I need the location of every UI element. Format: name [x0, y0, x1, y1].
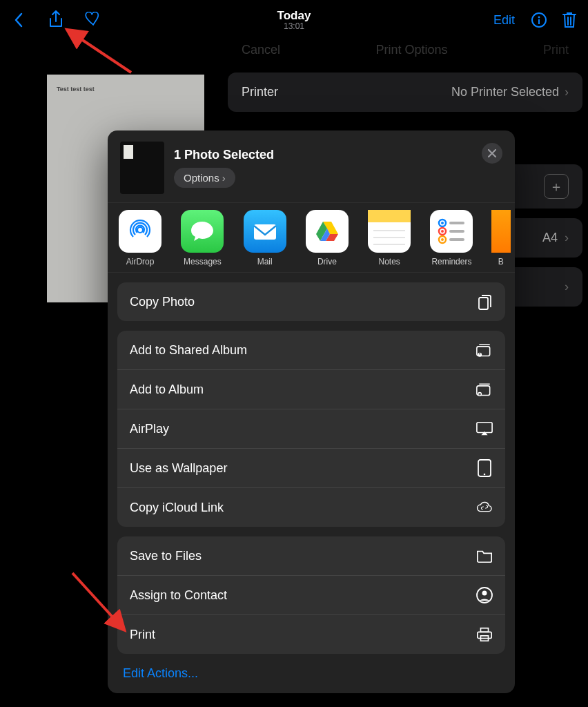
svg-rect-11	[449, 222, 464, 224]
share-title: 1 Photo Selected	[174, 148, 274, 162]
chevron-right-icon: ›	[565, 231, 569, 245]
app-label: Drive	[317, 257, 337, 267]
app-books[interactable]: B	[491, 210, 511, 267]
options-button[interactable]: Options ›	[174, 168, 235, 188]
wallpaper-icon	[476, 460, 493, 476]
cloud-link-icon	[476, 499, 493, 516]
app-drive[interactable]: Drive	[304, 210, 350, 267]
share-apps-row: AirDrop Messages Mail Drive	[108, 202, 515, 273]
printer-icon	[476, 626, 493, 643]
contact-icon	[476, 587, 493, 603]
add-shared-album-row[interactable]: Add to Shared Album	[117, 331, 505, 370]
svg-rect-17	[449, 238, 464, 241]
airplay-icon	[476, 420, 493, 437]
svg-point-13	[441, 230, 444, 233]
row-label: Copy Photo	[130, 295, 195, 309]
print-cancel: Cancel	[242, 43, 280, 57]
row-label: Use as Wallpaper	[130, 461, 227, 476]
svg-rect-14	[449, 230, 464, 233]
print-row[interactable]: Print	[117, 615, 505, 654]
plus-icon: ＋	[544, 174, 569, 199]
svg-point-26	[484, 474, 486, 476]
options-label: Options	[184, 172, 219, 184]
row-label: Add to Album	[130, 382, 204, 397]
chevron-right-icon: ›	[565, 280, 569, 294]
edit-button[interactable]: Edit	[493, 13, 515, 28]
app-notes[interactable]: Notes	[366, 210, 412, 267]
row-label: Save to Files	[130, 549, 202, 563]
app-label: Messages	[184, 257, 222, 267]
album-icon	[476, 381, 493, 398]
page-title: Today	[277, 9, 311, 23]
svg-rect-4	[254, 224, 276, 240]
svg-point-21	[479, 354, 480, 355]
app-messages[interactable]: Messages	[179, 210, 225, 267]
printer-value: No Printer Selected	[451, 85, 559, 99]
row-label: Print	[130, 628, 155, 642]
app-label: Notes	[379, 257, 400, 267]
row-label: Assign to Contact	[130, 588, 227, 603]
app-reminders[interactable]: Reminders	[429, 210, 474, 267]
trash-icon[interactable]	[560, 11, 578, 29]
row-label: Copy iCloud Link	[130, 501, 224, 515]
chevron-right-icon: ›	[222, 172, 226, 184]
svg-rect-24	[477, 423, 492, 433]
chevron-right-icon: ›	[565, 85, 569, 99]
app-mail[interactable]: Mail	[242, 210, 288, 267]
copy-icloud-row[interactable]: Copy iCloud Link	[117, 488, 505, 527]
info-icon[interactable]	[530, 11, 548, 29]
svg-point-1	[538, 17, 540, 19]
svg-rect-18	[479, 298, 488, 309]
airplay-row[interactable]: AirPlay	[117, 409, 505, 449]
edit-actions-link[interactable]: Edit Actions...	[108, 654, 515, 693]
heart-icon[interactable]	[84, 11, 102, 29]
shared-album-icon	[476, 342, 493, 358]
page-time: 13:01	[277, 21, 311, 31]
app-airdrop[interactable]: AirDrop	[117, 210, 163, 267]
svg-rect-2	[538, 19, 540, 24]
save-to-files-row[interactable]: Save to Files	[117, 536, 505, 576]
copy-icon	[476, 293, 493, 310]
row-label: Add to Shared Album	[130, 343, 247, 358]
app-label: Reminders	[431, 257, 471, 267]
svg-rect-30	[480, 628, 488, 632]
app-label: AirDrop	[126, 257, 155, 267]
share-icon[interactable]	[47, 11, 65, 29]
back-chevron-icon[interactable]	[10, 11, 28, 29]
assign-contact-row[interactable]: Assign to Contact	[117, 576, 505, 615]
wallpaper-row[interactable]: Use as Wallpaper	[117, 449, 505, 488]
app-label: Mail	[257, 257, 273, 267]
svg-point-3	[137, 227, 143, 233]
add-album-row[interactable]: Add to Album	[117, 370, 505, 409]
folder-icon	[476, 548, 493, 564]
print-action: Print	[543, 43, 569, 57]
copy-photo-row[interactable]: Copy Photo	[117, 282, 505, 321]
svg-point-16	[441, 238, 444, 241]
svg-point-28	[482, 591, 487, 596]
printer-label: Printer	[242, 85, 278, 99]
svg-rect-29	[478, 632, 491, 638]
app-label: B	[498, 257, 504, 267]
svg-point-10	[441, 222, 444, 224]
paper-size: A4	[542, 231, 558, 245]
print-title: Print Options	[375, 43, 447, 57]
share-sheet: 1 Photo Selected Options › AirDrop Messa…	[108, 130, 515, 693]
share-thumbnail	[120, 142, 164, 194]
printer-row: Printer No Printer Selected ›	[228, 72, 582, 112]
close-button[interactable]	[482, 143, 502, 164]
document-text: Test test test	[57, 86, 95, 93]
svg-rect-5	[368, 210, 411, 222]
row-label: AirPlay	[130, 422, 169, 436]
